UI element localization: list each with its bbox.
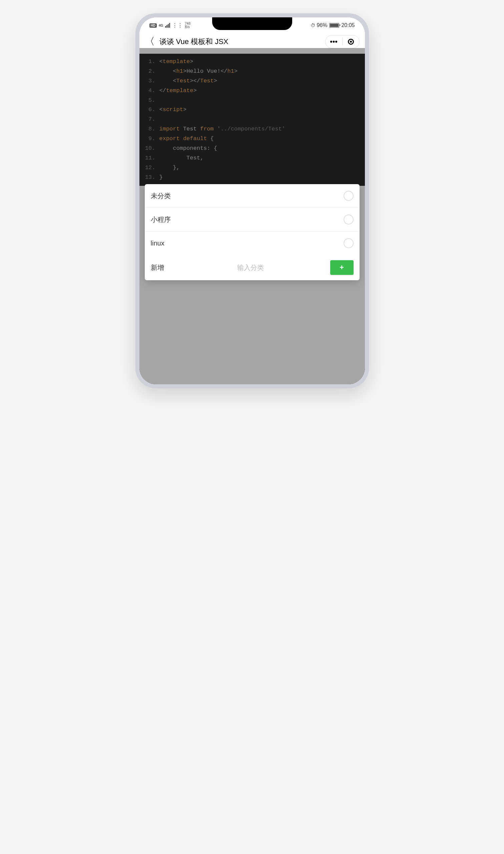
add-label: 新增 — [151, 263, 171, 272]
category-option[interactable]: 小程序 — [145, 208, 360, 232]
alarm-icon: ⏱ — [310, 23, 315, 28]
notch — [212, 17, 292, 30]
target-icon — [348, 39, 354, 45]
category-option[interactable]: linux — [145, 232, 360, 255]
add-category-row: 新增 + — [145, 255, 360, 280]
phone-inner: HD 4G ⋮⋮ 748 B/s ⏱ 96% 20:05 — [140, 17, 365, 384]
signal-bars-icon — [165, 23, 170, 28]
category-option[interactable]: 未分类 — [145, 184, 360, 208]
category-label: linux — [151, 239, 164, 247]
phone-frame: HD 4G ⋮⋮ 748 B/s ⏱ 96% 20:05 — [136, 13, 369, 388]
category-label: 未分类 — [151, 192, 171, 200]
battery-icon — [329, 23, 339, 28]
header-controls: ••• — [325, 35, 360, 48]
page-title: 谈谈 Vue 模板和 JSX — [159, 37, 321, 47]
screen: HD 4G ⋮⋮ 748 B/s ⏱ 96% 20:05 — [140, 17, 365, 384]
signal-4g-icon: 4G — [159, 24, 163, 28]
radio-icon[interactable] — [344, 215, 354, 224]
hd-badge: HD — [149, 23, 157, 28]
wifi-icon: ⋮⋮ — [172, 22, 183, 29]
status-right: ⏱ 96% 20:05 — [310, 22, 355, 29]
add-category-button[interactable]: + — [330, 260, 354, 275]
close-miniapp-button[interactable] — [343, 35, 359, 48]
battery-percent: 96% — [317, 22, 327, 29]
category-label: 小程序 — [151, 215, 171, 224]
more-button[interactable]: ••• — [326, 35, 342, 48]
back-button[interactable]: 〈 — [145, 35, 155, 48]
radio-icon[interactable] — [344, 238, 354, 248]
status-time: 20:05 — [341, 22, 355, 29]
status-left: HD 4G ⋮⋮ 748 B/s — [149, 22, 191, 29]
add-category-input[interactable] — [176, 264, 325, 272]
net-speed: 748 B/s — [185, 22, 191, 29]
speed-unit: B/s — [185, 25, 191, 29]
radio-icon[interactable] — [344, 191, 354, 201]
category-modal: 未分类小程序linux 新增 + — [145, 184, 360, 280]
